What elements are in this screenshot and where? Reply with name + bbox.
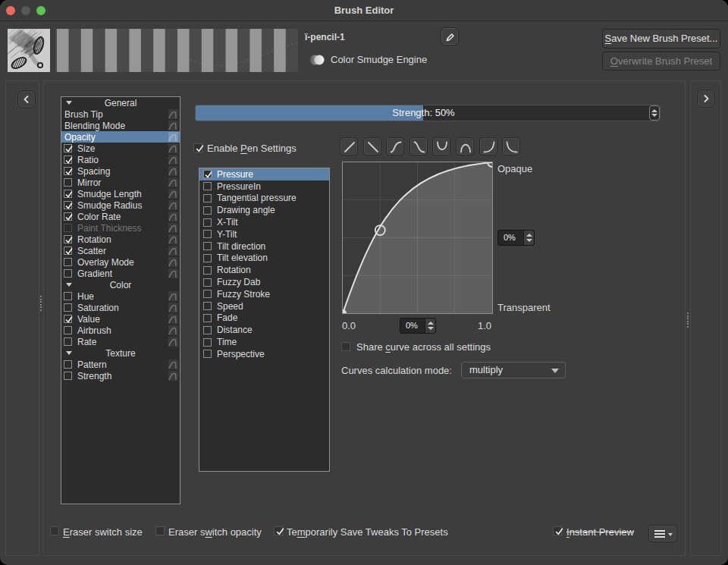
- sensor-perspective[interactable]: Perspective: [199, 348, 329, 360]
- option-value[interactable]: Value: [61, 313, 180, 325]
- curve-preset-u-shape-button[interactable]: [432, 137, 450, 155]
- option-brush-tip[interactable]: Brush Tip: [61, 108, 180, 120]
- collapse-triangle-icon[interactable]: [66, 283, 72, 287]
- sensor-tilt-direction[interactable]: Tilt direction: [199, 240, 329, 253]
- strength-spin-buttons[interactable]: [649, 105, 660, 121]
- option-smudge-radius[interactable]: Smudge Radius: [61, 199, 180, 211]
- option-smudge-length[interactable]: Smudge Length: [61, 188, 180, 199]
- option-checkbox[interactable]: [64, 246, 72, 255]
- sensor-list[interactable]: PressurePressureInTangential pressureDra…: [199, 168, 330, 472]
- share-curve-checkbox[interactable]: [341, 342, 350, 351]
- sensor-pressure[interactable]: Pressure: [199, 168, 329, 180]
- temporarily-save-tweaks-checkbox[interactable]: [274, 526, 283, 535]
- sensor-checkbox[interactable]: [203, 218, 212, 227]
- left-splitter-handle[interactable]: [40, 296, 42, 312]
- enable-pen-settings-checkbox[interactable]: [193, 143, 202, 152]
- curve-preset-l-curve-button[interactable]: [502, 137, 520, 155]
- options-section-general[interactable]: General: [61, 97, 180, 108]
- eraser-switch-size-checkbox[interactable]: [50, 526, 59, 535]
- option-pattern[interactable]: Pattern: [61, 359, 180, 370]
- sensor-checkbox[interactable]: [203, 170, 212, 178]
- sensor-checkbox[interactable]: [203, 338, 212, 347]
- sensor-time[interactable]: Time: [199, 336, 329, 348]
- spin-down-icon[interactable]: [526, 239, 532, 242]
- option-checkbox[interactable]: [64, 155, 72, 164]
- option-checkbox[interactable]: [64, 292, 72, 300]
- sensor-rotation[interactable]: Rotation: [199, 264, 329, 276]
- sensor-y-tilt[interactable]: Y-Tilt: [199, 228, 329, 240]
- right-splitter-handle[interactable]: [687, 312, 689, 328]
- option-gradient[interactable]: Gradient: [61, 268, 180, 279]
- option-size[interactable]: Size: [61, 143, 180, 154]
- sensor-checkbox[interactable]: [203, 182, 212, 190]
- option-checkbox[interactable]: [64, 212, 72, 221]
- option-checkbox[interactable]: [64, 269, 72, 278]
- option-checkbox[interactable]: [64, 372, 72, 380]
- sensor-pressurein[interactable]: PressureIn: [199, 180, 329, 193]
- option-strength[interactable]: Strength: [61, 370, 180, 381]
- curve-preset-s-curve-button[interactable]: [386, 137, 404, 155]
- options-section-texture[interactable]: Texture: [61, 347, 180, 359]
- strength-slider[interactable]: Strength: 50%: [195, 105, 661, 121]
- eraser-switch-opacity-checkbox[interactable]: [155, 526, 165, 535]
- option-checkbox[interactable]: [64, 167, 72, 175]
- sensor-drawing-angle[interactable]: Drawing angle: [199, 204, 329, 216]
- option-checkbox[interactable]: [64, 144, 72, 152]
- spin-down-icon[interactable]: [428, 327, 434, 330]
- option-rate[interactable]: Rate: [61, 336, 180, 347]
- sensor-checkbox[interactable]: [203, 326, 212, 334]
- option-checkbox[interactable]: [64, 235, 72, 243]
- curve-preset-j-curve-button[interactable]: [479, 137, 497, 155]
- option-checkbox[interactable]: [64, 326, 72, 334]
- spin-up-icon[interactable]: [428, 322, 434, 325]
- option-rotation[interactable]: Rotation: [61, 234, 180, 245]
- instant-preview-checkbox[interactable]: [553, 526, 562, 535]
- sensor-checkbox[interactable]: [203, 302, 212, 310]
- options-section-color[interactable]: Color: [61, 279, 180, 290]
- sensor-checkbox[interactable]: [203, 194, 212, 202]
- sensor-tilt-elevation[interactable]: Tilt elevation: [199, 253, 329, 265]
- option-mirror[interactable]: Mirror: [61, 177, 180, 188]
- sensor-checkbox[interactable]: [203, 290, 212, 298]
- sensor-x-tilt[interactable]: X-Tilt: [199, 216, 329, 228]
- collapse-triangle-icon[interactable]: [66, 101, 72, 105]
- option-checkbox[interactable]: [64, 201, 72, 209]
- option-checkbox[interactable]: [64, 178, 72, 187]
- brush-options-list[interactable]: GeneralBrush TipBlending ModeOpacitySize…: [61, 96, 180, 504]
- option-airbrush[interactable]: Airbrush: [61, 325, 180, 336]
- sensor-checkbox[interactable]: [203, 206, 212, 215]
- option-checkbox[interactable]: [64, 258, 72, 266]
- sensor-checkbox[interactable]: [203, 230, 212, 238]
- option-checkbox[interactable]: [64, 303, 72, 312]
- sensor-checkbox[interactable]: [203, 314, 212, 322]
- spin-up-icon[interactable]: [651, 109, 657, 112]
- option-scatter[interactable]: Scatter: [61, 245, 180, 256]
- curve-x-spinbox[interactable]: 0%: [400, 318, 436, 334]
- sensor-fuzzy-stroke[interactable]: Fuzzy Stroke: [199, 288, 329, 300]
- sensor-fade[interactable]: Fade: [199, 312, 329, 325]
- curve-preset-linear-up-button[interactable]: [340, 137, 358, 155]
- sensor-checkbox[interactable]: [203, 242, 212, 250]
- option-checkbox[interactable]: [64, 224, 72, 232]
- option-checkbox[interactable]: [64, 337, 72, 346]
- option-blending-mode[interactable]: Blending Mode: [61, 120, 180, 131]
- curve-preset-arch-button[interactable]: [456, 137, 474, 155]
- overwrite-brush-preset-button[interactable]: Overwrite Brush Preset: [602, 52, 720, 71]
- option-spacing[interactable]: Spacing: [61, 165, 180, 177]
- sensor-checkbox[interactable]: [203, 278, 212, 287]
- curves-mode-dropdown[interactable]: multiply: [461, 362, 566, 378]
- scroll-right-button[interactable]: [697, 89, 715, 108]
- option-ratio[interactable]: Ratio: [61, 154, 180, 165]
- option-color-rate[interactable]: Color Rate: [61, 211, 180, 222]
- sensor-checkbox[interactable]: [203, 254, 212, 262]
- option-checkbox[interactable]: [64, 190, 72, 198]
- save-new-brush-preset-button[interactable]: Save New Brush Preset...: [602, 29, 720, 49]
- curve-preset-linear-down-button[interactable]: [363, 137, 381, 155]
- sensor-speed[interactable]: Speed: [199, 300, 329, 312]
- option-opacity[interactable]: Opacity: [61, 131, 180, 143]
- curve-preset-s-curve-reverse-button[interactable]: [410, 137, 428, 155]
- curve-y-spinbox[interactable]: 0%: [497, 230, 535, 246]
- sensor-checkbox[interactable]: [203, 350, 212, 358]
- option-paint-thickness[interactable]: Paint Thickness: [61, 222, 180, 234]
- option-checkbox[interactable]: [64, 360, 72, 369]
